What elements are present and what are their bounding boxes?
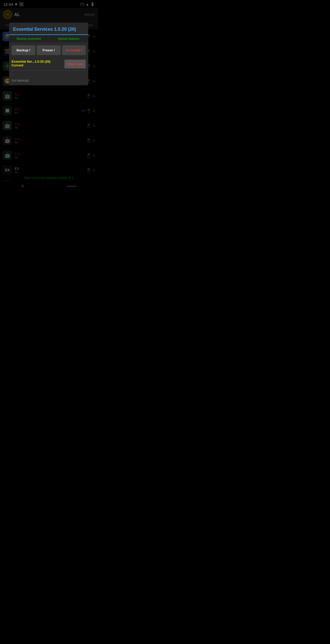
modal-actions: Backup ! Freeze ! Un-install ! [9, 43, 88, 58]
backup-button[interactable]: Backup ! [12, 45, 35, 55]
modal-no-backup: (no backup) [9, 77, 88, 85]
modal-title: Essential Services 1.0.20 (20) [9, 23, 88, 35]
modal-app-version: Essential Ser...1.0.20 (20) Current [12, 60, 62, 67]
freeze-button[interactable]: Freeze ! [37, 45, 60, 55]
modal-dialog: Essential Services 1.0.20 (20) Backup pr… [9, 23, 88, 85]
wipe-data-button[interactable]: Wipe data [64, 60, 86, 68]
modal-tab-backup-properties[interactable]: Backup properties [9, 35, 49, 43]
modal-dash: - [9, 71, 88, 77]
modal-info-row: Essential Ser...1.0.20 (20) Current Wipe… [9, 58, 88, 70]
modal-tabs: Backup properties Special features [9, 35, 88, 43]
uninstall-button[interactable]: Un-install ! [62, 45, 86, 55]
modal-tab-special-features[interactable]: Special features [49, 35, 88, 43]
